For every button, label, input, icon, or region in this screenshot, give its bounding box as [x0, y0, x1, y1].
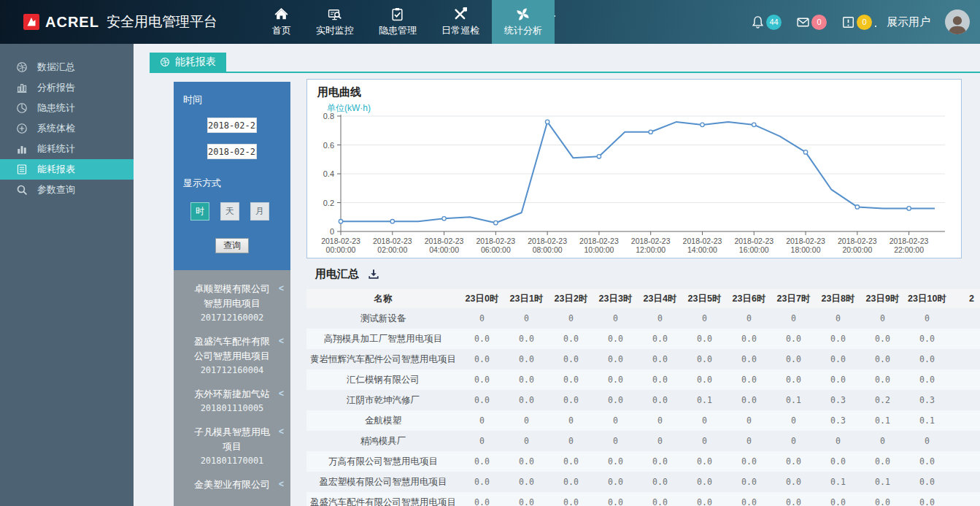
sidebar-item-0[interactable]: 数据汇总	[0, 57, 134, 77]
row-value: 0	[504, 308, 549, 329]
todo-icon	[841, 15, 855, 29]
col-header-5: 23日5时	[682, 289, 727, 308]
nav-item-2[interactable]: 隐患管理	[366, 0, 429, 44]
col-header-7: 23日7时	[771, 289, 816, 308]
notification-badge-0[interactable]: 44	[751, 15, 782, 30]
row-value: 0.1	[682, 390, 727, 410]
svg-text:0.8: 0.8	[323, 112, 334, 120]
row-value: 0.0	[860, 369, 905, 390]
sidebar-item-6[interactable]: 参数查询	[0, 180, 134, 200]
nav-item-4[interactable]: 统计分析	[492, 0, 555, 44]
row-value: 0.0	[460, 329, 504, 349]
row-value: 0.0	[727, 492, 771, 506]
project-item-4[interactable]: 金美塑业有限公司<	[174, 478, 290, 494]
project-item-0[interactable]: 卓顺塑模有限公司智慧用电项目201712160002<	[174, 282, 290, 323]
svg-text:02:00:00: 02:00:00	[377, 245, 407, 254]
row-value-clipped	[949, 451, 980, 472]
mail-icon	[796, 15, 810, 29]
user-label[interactable]: 展示用户	[887, 15, 930, 29]
brand-logo-text: ACREL	[45, 14, 99, 31]
notification-badge-1[interactable]: 0	[796, 15, 827, 30]
project-name: 东外环新捷加气站	[190, 387, 274, 402]
svg-text:04:00:00: 04:00:00	[429, 245, 459, 254]
sidebar-item-3[interactable]: 系统体检	[0, 118, 134, 139]
svg-text:12:00:00: 12:00:00	[636, 245, 665, 254]
mode-button-1[interactable]: 天	[220, 202, 239, 221]
svg-text:2018-02-23: 2018-02-23	[528, 237, 567, 245]
row-value: 0	[860, 431, 905, 451]
mode-button-2[interactable]: 月	[250, 202, 269, 221]
table-row-6: 精鸿模具厂00000000000	[306, 431, 980, 451]
row-value: 0.0	[549, 492, 593, 506]
row-value: 0.0	[905, 472, 949, 492]
energy-report-icon	[16, 164, 28, 175]
download-icon[interactable]	[368, 269, 379, 280]
sidebar-item-label: 分析报告	[37, 81, 75, 94]
sidebar-item-label: 能耗统计	[37, 142, 75, 156]
project-list: 卓顺塑模有限公司智慧用电项目201712160002<盈盛汽车配件有限公司智慧用…	[174, 270, 290, 506]
project-name: 子凡模具智慧用电项目	[190, 425, 274, 454]
nav-item-0[interactable]: 首页	[260, 0, 304, 44]
col-header-1: 23日1时	[504, 289, 549, 308]
row-value: 0.0	[771, 472, 816, 492]
table-row-8: 盈宏塑模有限公司智慧用电项目0.00.00.00.00.00.00.00.00.…	[306, 472, 980, 492]
row-value-clipped	[949, 308, 980, 329]
row-value: 0.0	[727, 349, 771, 369]
svg-text:18:00:00: 18:00:00	[791, 245, 821, 254]
col-header-8: 23日8时	[816, 289, 860, 308]
sidebar-item-4[interactable]: 能耗统计	[0, 139, 134, 159]
nav-item-3[interactable]: 日常巡检	[429, 0, 492, 44]
tab-energy-report[interactable]: 能耗报表	[150, 53, 226, 72]
mode-button-0[interactable]: 时	[190, 202, 209, 221]
project-item-1[interactable]: 盈盛汽车配件有限公司智慧用电项目201712160004<	[174, 334, 290, 375]
project-code: 201712160002	[190, 313, 274, 323]
row-value-clipped	[949, 390, 980, 410]
row-value: 0	[905, 431, 949, 451]
project-item-3[interactable]: 子凡模具智慧用电项目201801170001<	[174, 425, 290, 466]
tab-label: 能耗报表	[175, 55, 216, 69]
row-value: 0	[638, 308, 682, 329]
row-value: 0.1	[816, 472, 860, 492]
data-summary-icon	[16, 61, 28, 73]
sidebar-item-5[interactable]: 能耗报表	[0, 159, 134, 180]
app-title: 安全用电管理平台	[107, 12, 217, 31]
row-value: 0	[504, 431, 549, 451]
row-value: 0.0	[549, 390, 593, 410]
sidebar-item-1[interactable]: 分析报告	[0, 77, 134, 98]
svg-text:2018-02-23: 2018-02-23	[476, 237, 515, 245]
tab-underline	[150, 72, 980, 73]
row-value: 0.0	[593, 369, 638, 390]
svg-text:14:00:00: 14:00:00	[687, 245, 717, 254]
row-value: 0.0	[593, 390, 638, 410]
sidebar: 数据汇总分析报告隐患统计系统体检能耗统计能耗报表参数查询	[0, 44, 134, 506]
row-value: 0	[727, 431, 771, 451]
power-summary-table: 名称23日0时23日1时23日2时23日3时23日4时23日5时23日6时23日…	[306, 289, 980, 506]
notification-badge-2[interactable]: 0	[841, 15, 872, 30]
project-name: 卓顺塑模有限公司智慧用电项目	[190, 282, 274, 311]
svg-text:16:00:00: 16:00:00	[739, 245, 769, 254]
badge-count: 0	[857, 15, 872, 30]
svg-text:2018-02-23: 2018-02-23	[734, 237, 773, 245]
project-name: 盈盛汽车配件有限公司智慧用电项目	[190, 334, 274, 364]
row-value-clipped	[949, 472, 980, 492]
nav-item-1[interactable]: 实时监控	[304, 0, 366, 44]
filter-panel: 时间 显示方式 时天月 查询	[174, 82, 290, 270]
sidebar-item-2[interactable]: 隐患统计	[0, 98, 134, 118]
row-value: 0	[593, 410, 638, 431]
row-value: 0.0	[682, 451, 727, 472]
date-to-input[interactable]	[207, 144, 257, 159]
chevron-left-icon: <	[279, 336, 284, 346]
clipboard-check-icon	[390, 7, 404, 21]
svg-text:2018-02-23: 2018-02-23	[579, 237, 619, 245]
tools-icon	[453, 7, 467, 21]
project-item-2[interactable]: 东外环新捷加气站201801110005<	[174, 387, 290, 413]
date-from-input[interactable]	[207, 118, 257, 133]
row-value: 0.0	[638, 349, 682, 369]
query-button[interactable]: 查询	[215, 238, 249, 253]
table-row-9: 盈盛汽车配件有限公司智慧用电项目0.00.00.00.00.00.00.00.0…	[306, 492, 980, 506]
row-value: 0	[549, 308, 593, 329]
main-content: 能耗报表 时间 显示方式 时天月 查询 卓顺塑模有限公司智慧用电项目201712…	[134, 44, 980, 506]
user-avatar[interactable]	[945, 9, 970, 34]
row-value: 0.0	[682, 329, 727, 349]
row-name: 江阴市乾坤汽修厂	[306, 390, 460, 410]
